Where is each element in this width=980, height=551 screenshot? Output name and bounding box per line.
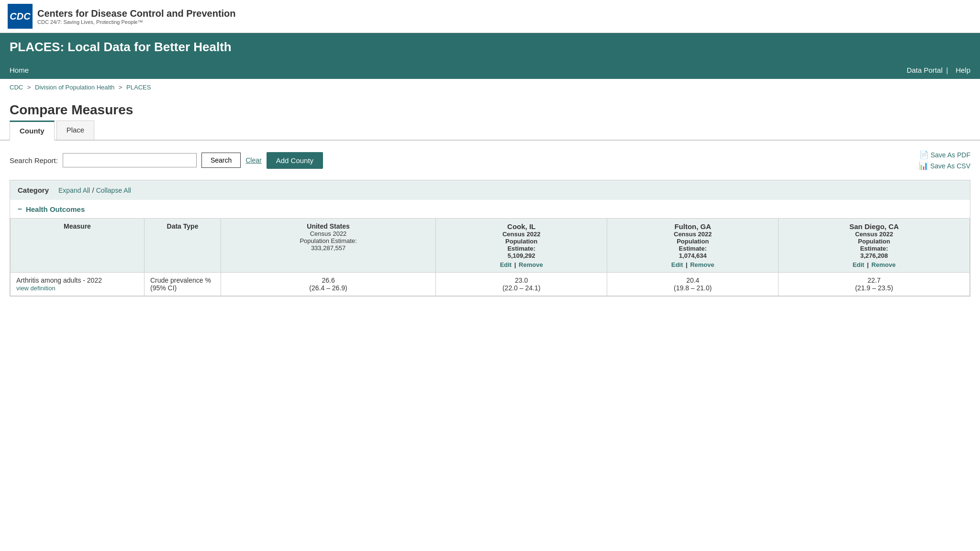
cdc-header: CDC Centers for Disease Control and Prev… — [0, 0, 980, 33]
section-title: Health Outcomes — [26, 205, 85, 213]
cook-edit-remove: Edit | Remove — [442, 261, 601, 268]
tab-county[interactable]: County — [10, 121, 55, 141]
search-input[interactable] — [63, 153, 197, 167]
collapse-all-link[interactable]: Collapse All — [96, 187, 131, 194]
fulton-value: 1,074,634 — [613, 252, 772, 259]
category-label: Category — [18, 186, 49, 194]
table-section: Category Expand All / Collapse All – Hea… — [10, 180, 970, 297]
save-buttons: 📄 Save As PDF 📊 Save As CSV — [919, 150, 970, 170]
sandiego-label: Population — [784, 238, 964, 245]
fulton-source: Census 2022 — [613, 231, 772, 238]
row-us: 26.6 (26.4 – 26.9) — [221, 273, 436, 296]
fulton-sep: | — [686, 261, 689, 268]
col-header-fulton: Fulton, GA Census 2022 Population Estima… — [607, 219, 779, 273]
nav-data-portal[interactable]: Data Portal — [907, 61, 943, 79]
cook-name: Cook, IL — [442, 222, 601, 231]
us-source: Census 2022 — [227, 230, 430, 237]
save-pdf-label: Save As PDF — [931, 151, 970, 159]
sandiego-sep: | — [867, 261, 870, 268]
cook-sublabel: Estimate: — [442, 245, 601, 252]
search-button[interactable]: Search — [201, 153, 241, 168]
fulton-name: Fulton, GA — [613, 222, 772, 231]
cook-remove-link[interactable]: Remove — [519, 261, 543, 268]
cook-edit-link[interactable]: Edit — [500, 261, 512, 268]
save-pdf-button[interactable]: 📄 Save As PDF — [919, 150, 970, 159]
col-header-measure: Measure — [11, 219, 145, 273]
search-label: Search Report: — [10, 156, 58, 165]
org-sub: CDC 24/7: Saving Lives, Protecting Peopl… — [37, 19, 236, 25]
table-row: Arthritis among adults - 2022 view defin… — [11, 273, 970, 296]
nav-help[interactable]: Help — [956, 61, 970, 79]
fulton-edit-remove: Edit | Remove — [613, 261, 772, 268]
xls-icon: 📊 — [919, 161, 928, 170]
row-fulton: 20.4 (19.8 – 21.0) — [607, 273, 779, 296]
expand-all-link[interactable]: Expand All — [58, 187, 90, 194]
breadcrumb: CDC > Division of Population Health > PL… — [0, 79, 980, 96]
content-area: Search Report: Search Clear Add County 📄… — [0, 141, 980, 306]
cdc-emblem: CDC — [8, 4, 33, 29]
expand-collapse-links: Expand All / Collapse All — [58, 186, 131, 194]
cook-sep: | — [514, 261, 518, 268]
fulton-row-value: 20.4 — [613, 276, 772, 284]
col-header-datatype: Data Type — [145, 219, 221, 273]
view-definition-link[interactable]: view definition — [16, 285, 56, 292]
org-name: Centers for Disease Control and Preventi… — [37, 8, 236, 19]
fulton-label: Population — [613, 238, 772, 245]
row-sandiego: 22.7 (21.9 – 23.5) — [779, 273, 970, 296]
save-csv-button[interactable]: 📊 Save As CSV — [919, 161, 970, 170]
sandiego-sublabel: Estimate: — [784, 245, 964, 252]
tab-place[interactable]: Place — [56, 121, 95, 140]
us-value: 333,287,557 — [227, 244, 430, 252]
category-header: Category Expand All / Collapse All — [10, 180, 970, 200]
col-header-sandiego: San Diego, CA Census 2022 Population Est… — [779, 219, 970, 273]
minus-icon: – — [18, 205, 22, 213]
health-outcomes-row: – Health Outcomes — [10, 200, 970, 218]
sandiego-row-value: 22.7 — [784, 276, 964, 284]
datatype-value: Crude prevalence % — [150, 276, 215, 284]
us-row-value: 26.6 — [227, 276, 430, 284]
sandiego-row-ci: (21.9 – 23.5) — [784, 284, 964, 292]
breadcrumb-places[interactable]: PLACES — [126, 84, 151, 91]
cook-label: Population — [442, 238, 601, 245]
cook-value: 5,109,292 — [442, 252, 601, 259]
us-row-ci: (26.4 – 26.9) — [227, 284, 430, 292]
fulton-edit-link[interactable]: Edit — [671, 261, 683, 268]
cook-row-ci: (22.0 – 24.1) — [442, 284, 601, 292]
page-title: Compare Measures — [0, 96, 980, 121]
search-bar: Search Report: Search Clear Add County 📄… — [10, 150, 970, 170]
nav-right: Data Portal | Help — [903, 61, 970, 79]
measure-name: Arthritis among adults - 2022 — [16, 276, 138, 284]
save-csv-label: Save As CSV — [930, 162, 970, 170]
sandiego-name: San Diego, CA — [784, 222, 964, 231]
sandiego-source: Census 2022 — [784, 231, 964, 238]
row-cook: 23.0 (22.0 – 24.1) — [436, 273, 607, 296]
breadcrumb-sep2: > — [119, 84, 122, 91]
us-label: Population Estimate: — [227, 237, 430, 244]
col-header-cook: Cook, IL Census 2022 Population Estimate… — [436, 219, 607, 273]
add-county-button[interactable]: Add County — [267, 152, 323, 169]
sandiego-edit-link[interactable]: Edit — [853, 261, 865, 268]
banner-title: PLACES: Local Data for Better Health — [10, 40, 232, 54]
nav-separator: | — [947, 66, 948, 74]
cdc-logo-text-block: Centers for Disease Control and Preventi… — [37, 8, 236, 25]
main-nav: Home Data Portal | Help — [0, 61, 980, 79]
tabs: County Place — [0, 121, 980, 141]
data-table: Measure Data Type United States Census 2… — [10, 218, 970, 296]
sandiego-value: 3,276,208 — [784, 252, 964, 259]
datatype-sub: (95% CI) — [150, 284, 215, 292]
expand-sep: / — [92, 186, 96, 194]
row-measure: Arthritis among adults - 2022 view defin… — [11, 273, 145, 296]
sandiego-edit-remove: Edit | Remove — [784, 261, 964, 268]
cdc-logo: CDC Centers for Disease Control and Prev… — [8, 4, 236, 29]
table-header-row: Measure Data Type United States Census 2… — [11, 219, 970, 273]
pdf-icon: 📄 — [919, 150, 929, 159]
clear-button[interactable]: Clear — [245, 156, 261, 164]
breadcrumb-division[interactable]: Division of Population Health — [35, 84, 114, 91]
fulton-remove-link[interactable]: Remove — [690, 261, 714, 268]
cook-source: Census 2022 — [442, 231, 601, 238]
us-name: United States — [227, 222, 430, 230]
breadcrumb-cdc[interactable]: CDC — [10, 84, 23, 91]
cdc-logo-text: CDC — [10, 11, 30, 22]
nav-home[interactable]: Home — [10, 61, 29, 79]
sandiego-remove-link[interactable]: Remove — [871, 261, 896, 268]
